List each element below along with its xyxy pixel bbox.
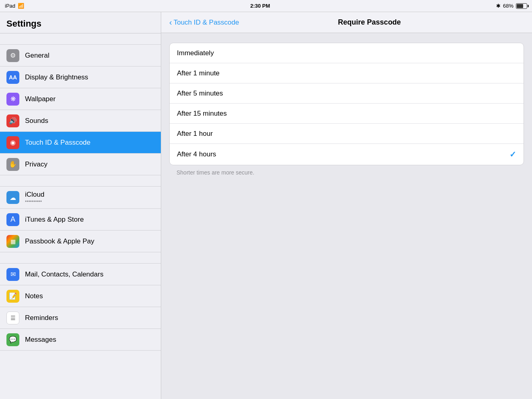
right-header: ‹ Touch ID & Passcode Require Passcode bbox=[161, 12, 532, 33]
wifi-icon: 📶 bbox=[18, 3, 24, 9]
back-chevron-icon: ‹ bbox=[169, 18, 172, 27]
mail-icon: ✉ bbox=[6, 268, 19, 281]
general-label: General bbox=[25, 52, 49, 60]
sidebar-title: Settings bbox=[0, 12, 161, 33]
battery-percent: 68% bbox=[503, 3, 513, 9]
sidebar-group-1: ⚙ General AA Display & Brightness ❋ Wall… bbox=[0, 45, 161, 175]
checkmark-icon: ✓ bbox=[509, 150, 516, 159]
itunes-label: iTunes & App Store bbox=[25, 216, 84, 224]
sounds-label: Sounds bbox=[25, 117, 48, 125]
sounds-icon: 🔊 bbox=[6, 114, 19, 127]
bluetooth-icon: ✱ bbox=[496, 3, 501, 9]
device-label: iPad bbox=[5, 3, 15, 9]
sidebar-item-itunes[interactable]: A iTunes & App Store bbox=[0, 209, 161, 231]
hint-text: Shorter times are more secure. bbox=[169, 165, 524, 177]
mail-label: Mail, Contacts, Calendars bbox=[25, 270, 104, 278]
option-1hour-label: After 1 hour bbox=[177, 130, 213, 138]
status-bar: iPad 📶 2:30 PM ✱ 68% bbox=[0, 0, 532, 12]
sidebar-item-passbook[interactable]: ▦ Passbook & Apple Pay bbox=[0, 231, 161, 252]
status-left: iPad 📶 bbox=[5, 3, 24, 9]
icloud-sublabel: •••••••••• bbox=[25, 199, 44, 204]
sidebar-item-icloud[interactable]: ☁ iCloud •••••••••• bbox=[0, 187, 161, 209]
sidebar-item-sounds[interactable]: 🔊 Sounds bbox=[0, 110, 161, 132]
back-label: Touch ID & Passcode bbox=[174, 19, 239, 27]
sidebar-item-notes[interactable]: 📝 Notes bbox=[0, 285, 161, 307]
privacy-icon: ✋ bbox=[6, 158, 19, 171]
display-label: Display & Brightness bbox=[25, 73, 88, 81]
option-15min-label: After 15 minutes bbox=[177, 110, 227, 118]
touchid-label: Touch ID & Passcode bbox=[25, 139, 91, 147]
option-5min[interactable]: After 5 minutes bbox=[170, 83, 524, 104]
sidebar-top-spacer bbox=[0, 33, 161, 45]
option-1min[interactable]: After 1 minute bbox=[170, 63, 524, 83]
options-table: Immediately After 1 minute After 5 minut… bbox=[169, 43, 524, 165]
option-15min[interactable]: After 15 minutes bbox=[170, 104, 524, 124]
sidebar: Settings ⚙ General AA Display & Brightne… bbox=[0, 12, 161, 399]
icloud-label: iCloud bbox=[25, 191, 44, 199]
status-time: 2:30 PM bbox=[250, 3, 270, 9]
general-icon: ⚙ bbox=[6, 49, 19, 62]
passbook-label: Passbook & Apple Pay bbox=[25, 237, 94, 245]
messages-icon: 💬 bbox=[6, 333, 19, 346]
passbook-icon: ▦ bbox=[6, 235, 19, 248]
main-layout: Settings ⚙ General AA Display & Brightne… bbox=[0, 12, 532, 399]
wallpaper-icon: ❋ bbox=[6, 93, 19, 106]
sidebar-group-2: ☁ iCloud •••••••••• A iTunes & App Store… bbox=[0, 187, 161, 252]
right-panel: ‹ Touch ID & Passcode Require Passcode I… bbox=[161, 12, 532, 399]
back-button[interactable]: ‹ Touch ID & Passcode bbox=[169, 18, 239, 27]
sidebar-item-mail[interactable]: ✉ Mail, Contacts, Calendars bbox=[0, 264, 161, 285]
option-1hour[interactable]: After 1 hour bbox=[170, 124, 524, 144]
messages-label: Messages bbox=[25, 336, 56, 344]
option-immediately[interactable]: Immediately bbox=[170, 43, 524, 63]
option-5min-label: After 5 minutes bbox=[177, 89, 223, 98]
sidebar-item-wallpaper[interactable]: ❋ Wallpaper bbox=[0, 88, 161, 110]
notes-label: Notes bbox=[25, 292, 43, 300]
option-1min-label: After 1 minute bbox=[177, 69, 220, 77]
option-4hours-label: After 4 hours bbox=[177, 150, 216, 158]
itunes-icon: A bbox=[6, 213, 19, 226]
touchid-icon: ◉ bbox=[6, 136, 19, 149]
option-4hours[interactable]: After 4 hours ✓ bbox=[170, 144, 524, 165]
reminders-icon: ☰ bbox=[6, 312, 19, 324]
reminders-label: Reminders bbox=[25, 314, 58, 322]
page-title: Require Passcode bbox=[247, 18, 492, 27]
display-icon: AA bbox=[6, 71, 19, 84]
notes-icon: 📝 bbox=[6, 290, 19, 303]
privacy-label: Privacy bbox=[25, 160, 48, 168]
wallpaper-label: Wallpaper bbox=[25, 95, 56, 103]
sidebar-group-divider-1 bbox=[0, 175, 161, 187]
content-area: Immediately After 1 minute After 5 minut… bbox=[161, 33, 532, 399]
icloud-icon: ☁ bbox=[6, 191, 19, 204]
status-right: ✱ 68% bbox=[496, 3, 527, 9]
sidebar-group-3: ✉ Mail, Contacts, Calendars 📝 Notes ☰ Re… bbox=[0, 264, 161, 351]
sidebar-item-messages[interactable]: 💬 Messages bbox=[0, 329, 161, 351]
sidebar-group-divider-2 bbox=[0, 252, 161, 264]
sidebar-item-privacy[interactable]: ✋ Privacy bbox=[0, 154, 161, 175]
option-immediately-label: Immediately bbox=[177, 49, 214, 57]
sidebar-item-display[interactable]: AA Display & Brightness bbox=[0, 66, 161, 88]
sidebar-item-reminders[interactable]: ☰ Reminders bbox=[0, 307, 161, 329]
sidebar-item-general[interactable]: ⚙ General bbox=[0, 45, 161, 66]
battery-icon bbox=[516, 3, 527, 9]
sidebar-item-touchid[interactable]: ◉ Touch ID & Passcode bbox=[0, 132, 161, 154]
